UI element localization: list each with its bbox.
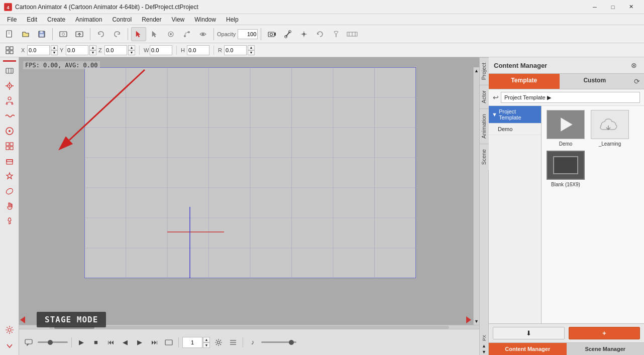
r-spin[interactable]: ▲ ▼ <box>248 45 255 55</box>
right-slider[interactable] <box>261 341 296 343</box>
px-down-arrow[interactable]: ▼ <box>481 349 487 355</box>
px-up-arrow[interactable]: ▲ <box>481 343 487 349</box>
z-up[interactable]: ▲ <box>128 45 135 50</box>
bone-tool[interactable] <box>280 27 295 41</box>
y-spin[interactable]: ▲ ▼ <box>89 45 96 55</box>
move-tool[interactable] <box>147 27 162 41</box>
x-down[interactable]: ▼ <box>51 50 58 55</box>
right-nav-arrow[interactable] <box>465 315 472 325</box>
vtab-animation[interactable]: Animation <box>480 108 489 144</box>
folder-demo[interactable]: Demo <box>489 124 541 135</box>
cm-refresh-btn[interactable]: ⟳ <box>630 74 644 89</box>
cm-download-btn[interactable]: ⬇ <box>493 327 565 339</box>
morph-tool[interactable] <box>179 27 194 41</box>
play-btn[interactable]: ▶ <box>75 336 87 348</box>
wave-sidebar-btn[interactable] <box>2 109 17 123</box>
folder-project-template[interactable]: ▼ Project Template <box>489 106 541 124</box>
vtab-actor[interactable]: Actor <box>480 85 489 108</box>
vtab-project[interactable]: Project <box>480 57 489 85</box>
menu-control[interactable]: Control <box>107 14 137 25</box>
actor-sidebar-btn[interactable] <box>2 94 17 108</box>
cm-tab-template[interactable]: Template <box>489 74 560 89</box>
star-sidebar-btn[interactable] <box>2 169 17 183</box>
grid-toggle[interactable] <box>2 43 17 57</box>
walk-sidebar-btn[interactable] <box>2 214 17 228</box>
frame-spin[interactable]: ▲ ▼ <box>203 337 210 348</box>
hand-sidebar-btn[interactable] <box>2 199 17 213</box>
y-up[interactable]: ▲ <box>89 45 96 50</box>
x-up[interactable]: ▲ <box>51 45 58 50</box>
cm-item-learning[interactable]: _Learning <box>590 110 630 147</box>
menu-view[interactable]: View <box>166 14 189 25</box>
minimize-button[interactable]: ─ <box>586 0 604 14</box>
menu-window[interactable]: Window <box>189 14 221 25</box>
x-input[interactable] <box>27 45 50 55</box>
menu-help[interactable]: Help <box>221 14 244 25</box>
v-scroll-down[interactable]: ▼ <box>473 318 479 325</box>
menu-edit[interactable]: Edit <box>22 14 42 25</box>
menu-animation[interactable]: Animation <box>70 14 107 25</box>
transform-button[interactable] <box>296 27 311 41</box>
z-input[interactable] <box>104 45 127 55</box>
left-slider[interactable] <box>38 341 68 343</box>
y-down[interactable]: ▼ <box>89 50 96 55</box>
camera-button[interactable] <box>264 27 279 41</box>
redo-button[interactable] <box>110 27 125 41</box>
breadcrumb-path[interactable]: Project Template ▶ <box>501 92 640 103</box>
morph2-sidebar-btn[interactable] <box>2 184 17 198</box>
y-input[interactable] <box>66 45 88 55</box>
new-button[interactable] <box>2 27 17 41</box>
breadcrumb-back[interactable]: ↩ <box>493 93 499 101</box>
rotate-button[interactable] <box>312 27 328 41</box>
box-sidebar-btn[interactable] <box>2 154 17 168</box>
footer-tab-content[interactable]: Content Manager <box>489 343 567 355</box>
cm-add-btn[interactable]: + <box>569 327 640 339</box>
close-button[interactable]: ✕ <box>622 0 640 14</box>
pose-button[interactable] <box>329 27 344 41</box>
frame-number-input[interactable] <box>182 337 202 348</box>
scene-view-button[interactable] <box>56 27 71 41</box>
to-start-btn[interactable]: ⏮ <box>104 336 117 348</box>
x-spin[interactable]: ▲ ▼ <box>51 45 58 55</box>
frame-down[interactable]: ▼ <box>203 342 210 348</box>
opacity-input[interactable] <box>238 29 258 39</box>
undo-button[interactable] <box>93 27 109 41</box>
open-button[interactable] <box>18 27 33 41</box>
select-tool[interactable] <box>131 27 146 41</box>
left-nav-arrow[interactable] <box>19 315 26 325</box>
to-end-btn[interactable]: ⏭ <box>148 336 160 348</box>
grid-sidebar-btn[interactable] <box>2 139 17 153</box>
export-button[interactable] <box>72 27 87 41</box>
cm-close-btn[interactable]: ⊗ <box>629 60 639 70</box>
paint-tool[interactable] <box>163 27 178 41</box>
timeline-button[interactable] <box>345 27 360 41</box>
r-input[interactable] <box>224 45 247 55</box>
h-input[interactable] <box>187 45 209 55</box>
bone-sidebar-btn[interactable] <box>2 79 17 93</box>
footer-tab-scene[interactable]: Scene Manager <box>567 343 645 355</box>
menu-file[interactable]: File <box>2 14 22 25</box>
r-down[interactable]: ▼ <box>248 50 255 55</box>
cm-item-blank[interactable]: Blank (16X9) <box>546 151 586 187</box>
loop-btn[interactable] <box>163 336 175 348</box>
maximize-button[interactable]: □ <box>604 0 622 14</box>
settings-sidebar-btn[interactable] <box>2 323 17 337</box>
prev-frame-btn[interactable]: ◀ <box>119 336 131 348</box>
scene-tool-btn[interactable] <box>2 64 17 78</box>
z-down[interactable]: ▼ <box>128 50 135 55</box>
save-button[interactable] <box>34 27 49 41</box>
r-up[interactable]: ▲ <box>248 45 255 50</box>
z-spin[interactable]: ▲ ▼ <box>128 45 135 55</box>
menu-render[interactable]: Render <box>137 14 166 25</box>
w-input[interactable] <box>150 45 172 55</box>
caption-toggle[interactable] <box>23 336 35 348</box>
cm-item-demo[interactable]: Demo <box>546 110 586 147</box>
next-frame-btn[interactable]: ▶ <box>134 336 146 348</box>
stop-btn[interactable]: ■ <box>90 336 102 348</box>
timeline-settings-btn[interactable] <box>212 336 225 348</box>
cm-tab-custom[interactable]: Custom <box>560 74 630 89</box>
circle-sidebar-btn[interactable] <box>2 124 17 138</box>
audio-btn[interactable]: ♪ <box>247 336 259 348</box>
v-scroll-up[interactable]: ▲ <box>473 67 479 74</box>
vtab-scene[interactable]: Scene <box>480 144 489 170</box>
